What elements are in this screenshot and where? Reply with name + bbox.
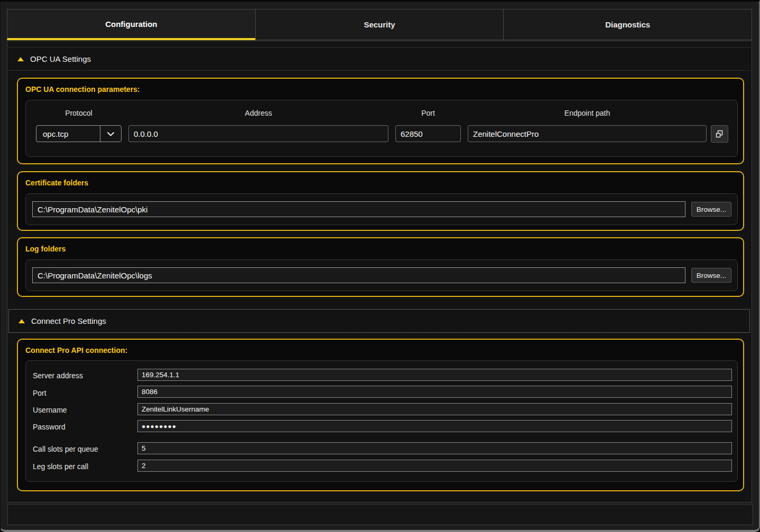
- tab-diagnostics[interactable]: Diagnostics: [503, 9, 752, 40]
- collapse-triangle-icon: [17, 57, 24, 61]
- certificate-folders-title: Certificate folders: [25, 179, 88, 187]
- server-address-input[interactable]: [137, 369, 732, 381]
- certificate-browse-button[interactable]: Browse...: [691, 202, 731, 217]
- connectpro-api-groupbox: Connect Pro API connection: Server addre…: [17, 339, 744, 491]
- log-folders-groupbox: Log folders Browse...: [17, 237, 744, 297]
- opcua-settings-header-label: OPC UA Settings: [30, 54, 91, 63]
- app-window: Configuration Security Diagnostics OPC U…: [0, 0, 760, 532]
- tab-security[interactable]: Security: [255, 9, 504, 40]
- certificate-folders-groupbox: Certificate folders Browse...: [17, 171, 744, 231]
- log-browse-button[interactable]: Browse...: [691, 268, 731, 283]
- connectpro-settings-expander[interactable]: Connect Pro Settings: [8, 309, 750, 333]
- api-port-input[interactable]: [137, 386, 732, 398]
- username-input[interactable]: [137, 403, 732, 415]
- opcua-connection-panel: Protocol Address Port Endpoint path opc.…: [25, 100, 738, 157]
- server-address-label: Server address: [33, 370, 133, 381]
- log-folder-input[interactable]: [32, 267, 685, 283]
- password-label: Password: [33, 421, 133, 433]
- copy-icon: [715, 129, 724, 138]
- opcua-connection-groupbox: OPC UA connection parameters: Protocol A…: [17, 78, 744, 164]
- connectpro-api-panel: Server address Port Username Password Ca…: [25, 360, 738, 482]
- log-folder-panel: Browse...: [25, 259, 738, 291]
- footer-bar: [7, 504, 753, 525]
- certificate-folder-input[interactable]: [32, 201, 685, 217]
- address-label: Address: [128, 109, 388, 118]
- tab-configuration[interactable]: Configuration: [7, 9, 256, 40]
- opcua-connection-group-title: OPC UA connection parameters:: [25, 85, 140, 94]
- tab-bar: Configuration Security Diagnostics: [7, 9, 752, 40]
- username-label: Username: [33, 404, 133, 416]
- port-label: Port: [395, 109, 461, 118]
- chevron-down-icon: [100, 126, 121, 142]
- log-folders-title: Log folders: [25, 245, 66, 253]
- password-input[interactable]: [137, 420, 732, 432]
- leg-slots-input[interactable]: [137, 460, 732, 472]
- collapse-triangle-icon: [18, 319, 25, 323]
- certificate-folder-panel: Browse...: [25, 193, 738, 225]
- call-slots-label: Call slots per queue: [33, 443, 133, 455]
- connectpro-settings-header-label: Connect Pro Settings: [31, 316, 106, 325]
- api-port-label: Port: [33, 387, 133, 399]
- address-input[interactable]: [128, 125, 388, 142]
- configuration-page: OPC UA Settings OPC UA connection parame…: [7, 41, 752, 502]
- leg-slots-label: Leg slots per call: [33, 461, 133, 472]
- opcua-settings-expander[interactable]: OPC UA Settings: [8, 47, 751, 71]
- endpoint-path-input[interactable]: [468, 125, 707, 142]
- copy-endpoint-button[interactable]: [711, 125, 728, 143]
- port-input[interactable]: [395, 125, 461, 142]
- connectpro-api-group-title: Connect Pro API connection:: [25, 346, 127, 354]
- protocol-label: Protocol: [36, 109, 122, 118]
- protocol-select[interactable]: opc.tcp: [36, 125, 122, 142]
- protocol-selected-value: opc.tcp: [36, 126, 100, 142]
- call-slots-input[interactable]: [137, 442, 732, 454]
- endpoint-path-label: Endpoint path: [468, 109, 707, 118]
